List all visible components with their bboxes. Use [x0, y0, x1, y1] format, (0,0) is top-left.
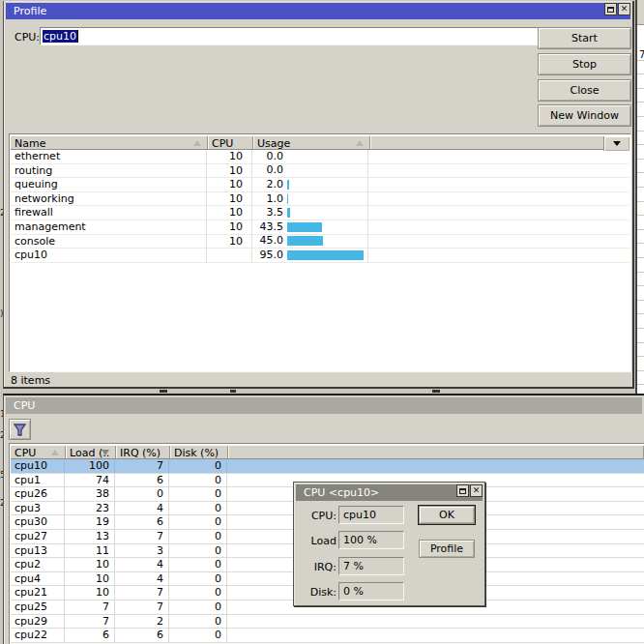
cpu-window-titlebar[interactable]: CPU: [6, 397, 642, 414]
disk-value: 0 %: [343, 585, 364, 598]
profile-button-label: Profile: [430, 542, 463, 555]
close-button-label: Close: [571, 84, 600, 97]
profile-window-title: Profile: [14, 5, 46, 17]
profile-window-titlebar[interactable]: Profile: [6, 3, 630, 19]
cell-name: routing: [11, 164, 207, 178]
table-row[interactable]: networking 10 1.0: [11, 192, 629, 207]
column-header-disk-label: Disk (%): [174, 447, 219, 458]
cell-cpu: 10: [207, 178, 252, 191]
cell-load: 10: [65, 572, 115, 586]
cpu-table-header: CPU Load (.. IRQ (%) Disk (%): [11, 445, 644, 459]
cell-load: 74: [65, 474, 115, 487]
cell-cpu-name: cpu1: [11, 474, 65, 487]
start-button[interactable]: Start: [538, 27, 631, 49]
maximize-icon: [607, 7, 614, 13]
cell-disk: 0: [169, 502, 227, 515]
close-window-button[interactable]: ✕: [618, 3, 630, 15]
cell-disk: 0: [169, 544, 227, 558]
column-header-spacer: [370, 136, 629, 149]
cell-irq: 7: [115, 459, 169, 473]
column-header-name[interactable]: Name: [11, 136, 208, 149]
dropdown-arrow-icon: [613, 141, 621, 146]
cell-usage-value: 0.0: [252, 164, 283, 178]
cpu-window-title: CPU: [14, 399, 35, 412]
maximize-icon: [459, 488, 466, 494]
cell-irq: 6: [115, 629, 169, 642]
dialog-title-text: CPU <cpu10>: [304, 486, 379, 499]
column-header-load[interactable]: Load (..: [66, 446, 116, 458]
cell-cpu-name: cpu27: [11, 530, 65, 543]
new-window-button-label: New Window: [550, 109, 619, 122]
cell-load: 11: [65, 544, 115, 558]
cell-disk: 0: [169, 572, 227, 586]
cell-usage-value: 45.0: [252, 235, 283, 249]
dialog-field-label: Load: [296, 535, 337, 547]
column-options-button[interactable]: [603, 136, 629, 151]
dialog-titlebar[interactable]: CPU <cpu10>: [296, 484, 483, 501]
sort-ascending-icon: [51, 450, 59, 455]
sort-descending-icon: [102, 450, 109, 455]
background-row-lines: [637, 46, 644, 394]
sort-ascending-icon: [356, 140, 364, 146]
cpu-combo-input[interactable]: cpu10: [40, 27, 549, 45]
close-button[interactable]: Close: [538, 79, 631, 102]
cell-cpu-name: cpu30: [11, 515, 65, 529]
cell-cpu-name: cpu13: [11, 544, 65, 558]
table-row[interactable]: ethernet 10 0.0: [11, 150, 629, 164]
cell-disk: 0: [169, 530, 227, 543]
close-window-button[interactable]: ✕: [470, 484, 483, 497]
cell-disk: 0: [169, 459, 227, 473]
cell-load: 6: [65, 629, 115, 642]
table-row[interactable]: queuing 10 2.0: [11, 178, 629, 192]
cell-cpu-name: cpu29: [11, 615, 65, 629]
cell-load: 7: [65, 600, 115, 614]
dialog-field-label: Disk:: [296, 586, 337, 599]
cell-cpu-name: cpu25: [11, 600, 65, 614]
cell-name: firewall: [11, 206, 207, 220]
cell-usage-value: 2.0: [252, 178, 283, 191]
cell-name: console: [11, 235, 207, 249]
profile-table-body: ethernet 10 0.0 routing 10 0.0 queuing 1…: [11, 150, 629, 263]
column-header-cpu-label: CPU: [212, 137, 233, 149]
ok-button-label: OK: [439, 509, 454, 521]
cell-load: 23: [65, 502, 115, 515]
filter-button[interactable]: [9, 419, 31, 440]
column-header-disk[interactable]: Disk (%): [170, 446, 228, 458]
cell-load: 38: [65, 487, 115, 501]
column-header-cpu[interactable]: CPU: [208, 136, 253, 149]
table-row[interactable]: cpu29 7 2 0: [11, 615, 644, 629]
ok-button[interactable]: OK: [419, 506, 475, 524]
usage-bar: [287, 194, 288, 204]
profile-button[interactable]: Profile: [419, 540, 475, 558]
table-row-selected[interactable]: cpu10 100 7 0: [11, 459, 644, 474]
table-row[interactable]: cpu22 6 6 0: [11, 629, 644, 643]
table-row[interactable]: console 10 45.0: [11, 235, 629, 249]
cell-cpu: 10: [207, 235, 252, 249]
cell-cpu: 10: [207, 192, 252, 206]
cell-irq: 4: [115, 572, 169, 586]
usage-bar: [287, 236, 323, 246]
status-bar: 8 items: [11, 374, 50, 387]
table-row[interactable]: cpu10 95.0: [11, 249, 629, 263]
cell-disk: 0: [169, 474, 227, 487]
column-header-irq[interactable]: IRQ (%): [116, 446, 170, 458]
cell-disk: 0: [169, 487, 227, 501]
background-window-sliver: 7: [635, 0, 644, 394]
cell-usage-value: 95.0: [252, 249, 283, 262]
column-header-cpu-label: CPU: [15, 447, 36, 458]
cell-load: 100: [65, 459, 115, 473]
maximize-button[interactable]: [456, 484, 469, 497]
cell-disk: 0: [169, 600, 227, 614]
column-header-cpu[interactable]: CPU: [11, 446, 66, 458]
stop-button[interactable]: Stop: [538, 53, 631, 75]
table-row[interactable]: routing 10 0.0: [11, 164, 629, 179]
column-header-usage[interactable]: Usage: [253, 136, 370, 149]
maximize-button[interactable]: [604, 3, 617, 15]
new-window-button[interactable]: New Window: [538, 104, 631, 127]
close-icon: ✕: [621, 5, 629, 14]
cell-usage-value: 43.5: [252, 220, 283, 234]
table-row[interactable]: firewall 10 3.5: [11, 206, 629, 220]
cell-irq: 2: [115, 615, 169, 629]
table-row[interactable]: management 10 43.5: [11, 220, 629, 235]
cell-usage-value: 3.5: [252, 206, 283, 220]
